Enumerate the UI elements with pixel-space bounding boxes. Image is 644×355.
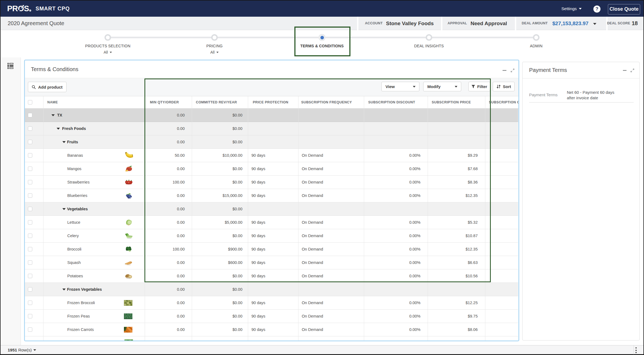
svg-text:PROS: PROS — [7, 4, 29, 13]
